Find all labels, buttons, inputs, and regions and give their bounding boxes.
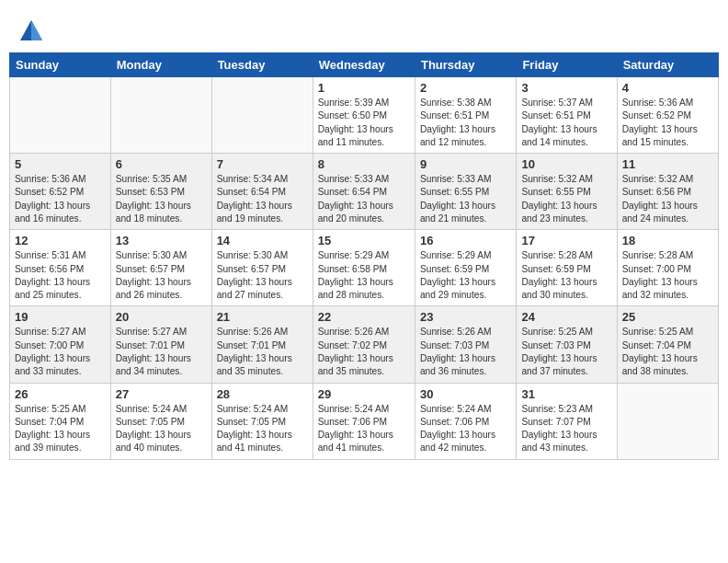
day-number: 12 <box>15 234 106 247</box>
day-info: Sunrise: 5:36 AMSunset: 6:52 PMDaylight:… <box>15 173 106 225</box>
day-number: 8 <box>318 157 410 171</box>
day-info: Sunrise: 5:36 AMSunset: 6:52 PMDaylight:… <box>622 97 713 149</box>
day-number: 27 <box>116 387 207 401</box>
calendar-cell: 8Sunrise: 5:33 AMSunset: 6:54 PMDaylight… <box>313 154 415 230</box>
logo <box>18 18 48 44</box>
calendar-cell: 26Sunrise: 5:25 AMSunset: 7:04 PMDayligh… <box>10 383 111 459</box>
day-number: 3 <box>521 81 611 95</box>
day-number: 26 <box>15 387 106 401</box>
day-info: Sunrise: 5:33 AMSunset: 6:55 PMDaylight:… <box>420 173 511 225</box>
col-header-monday: Monday <box>110 53 211 77</box>
calendar-row-0: 1Sunrise: 5:39 AMSunset: 6:50 PMDaylight… <box>10 77 719 154</box>
day-info: Sunrise: 5:30 AMSunset: 6:57 PMDaylight:… <box>116 249 207 302</box>
calendar-cell <box>110 77 211 154</box>
calendar-cell: 17Sunrise: 5:28 AMSunset: 6:59 PMDayligh… <box>517 230 617 306</box>
header <box>9 9 719 49</box>
day-number: 19 <box>15 310 106 324</box>
calendar-cell: 22Sunrise: 5:26 AMSunset: 7:02 PMDayligh… <box>313 306 415 383</box>
calendar-cell: 19Sunrise: 5:27 AMSunset: 7:00 PMDayligh… <box>10 306 111 383</box>
day-info: Sunrise: 5:39 AMSunset: 6:50 PMDaylight:… <box>318 97 410 149</box>
svg-marker-1 <box>31 20 42 40</box>
calendar-cell: 2Sunrise: 5:38 AMSunset: 6:51 PMDaylight… <box>415 77 516 154</box>
day-number: 5 <box>15 157 106 171</box>
col-header-tuesday: Tuesday <box>211 53 313 77</box>
day-info: Sunrise: 5:25 AMSunset: 7:03 PMDaylight:… <box>521 326 611 378</box>
calendar-cell: 28Sunrise: 5:24 AMSunset: 7:05 PMDayligh… <box>211 383 313 459</box>
calendar-table: SundayMondayTuesdayWednesdayThursdayFrid… <box>9 52 719 460</box>
day-number: 11 <box>622 157 713 171</box>
day-number: 9 <box>420 157 511 171</box>
page: SundayMondayTuesdayWednesdayThursdayFrid… <box>0 0 728 469</box>
calendar-cell: 25Sunrise: 5:25 AMSunset: 7:04 PMDayligh… <box>617 306 718 383</box>
day-info: Sunrise: 5:33 AMSunset: 6:54 PMDaylight:… <box>318 173 410 225</box>
logo-icon <box>18 18 44 44</box>
day-info: Sunrise: 5:29 AMSunset: 6:59 PMDaylight:… <box>420 249 511 302</box>
day-number: 1 <box>318 81 410 95</box>
day-info: Sunrise: 5:24 AMSunset: 7:06 PMDaylight:… <box>420 403 511 455</box>
day-info: Sunrise: 5:34 AMSunset: 6:54 PMDaylight:… <box>217 173 308 225</box>
day-info: Sunrise: 5:35 AMSunset: 6:53 PMDaylight:… <box>116 173 207 225</box>
day-number: 31 <box>521 387 611 401</box>
day-number: 29 <box>318 387 410 401</box>
day-info: Sunrise: 5:28 AMSunset: 7:00 PMDaylight:… <box>622 249 713 302</box>
calendar-cell: 27Sunrise: 5:24 AMSunset: 7:05 PMDayligh… <box>110 383 211 459</box>
day-info: Sunrise: 5:24 AMSunset: 7:05 PMDaylight:… <box>116 403 207 455</box>
day-number: 14 <box>217 234 308 247</box>
day-info: Sunrise: 5:37 AMSunset: 6:51 PMDaylight:… <box>521 97 611 149</box>
day-info: Sunrise: 5:31 AMSunset: 6:56 PMDaylight:… <box>15 249 106 302</box>
calendar-cell: 21Sunrise: 5:26 AMSunset: 7:01 PMDayligh… <box>211 306 313 383</box>
day-info: Sunrise: 5:29 AMSunset: 6:58 PMDaylight:… <box>318 249 410 302</box>
day-number: 28 <box>217 387 308 401</box>
calendar-row-1: 5Sunrise: 5:36 AMSunset: 6:52 PMDaylight… <box>10 154 719 230</box>
day-info: Sunrise: 5:25 AMSunset: 7:04 PMDaylight:… <box>15 403 106 455</box>
day-info: Sunrise: 5:24 AMSunset: 7:05 PMDaylight:… <box>217 403 308 455</box>
day-info: Sunrise: 5:27 AMSunset: 7:01 PMDaylight:… <box>116 326 207 378</box>
calendar-cell: 15Sunrise: 5:29 AMSunset: 6:58 PMDayligh… <box>313 230 415 306</box>
calendar-cell: 23Sunrise: 5:26 AMSunset: 7:03 PMDayligh… <box>415 306 516 383</box>
calendar-cell: 29Sunrise: 5:24 AMSunset: 7:06 PMDayligh… <box>313 383 415 459</box>
day-number: 23 <box>420 310 511 324</box>
calendar-cell <box>617 383 718 459</box>
calendar-cell: 31Sunrise: 5:23 AMSunset: 7:07 PMDayligh… <box>517 383 617 459</box>
day-number: 20 <box>116 310 207 324</box>
calendar-cell: 5Sunrise: 5:36 AMSunset: 6:52 PMDaylight… <box>10 154 111 230</box>
day-number: 21 <box>217 310 308 324</box>
calendar-cell: 18Sunrise: 5:28 AMSunset: 7:00 PMDayligh… <box>617 230 718 306</box>
day-number: 15 <box>318 234 410 247</box>
day-info: Sunrise: 5:23 AMSunset: 7:07 PMDaylight:… <box>521 403 611 455</box>
calendar-cell: 11Sunrise: 5:32 AMSunset: 6:56 PMDayligh… <box>617 154 718 230</box>
calendar-cell: 10Sunrise: 5:32 AMSunset: 6:55 PMDayligh… <box>517 154 617 230</box>
calendar-cell <box>211 77 313 154</box>
day-number: 4 <box>622 81 713 95</box>
calendar-row-3: 19Sunrise: 5:27 AMSunset: 7:00 PMDayligh… <box>10 306 719 383</box>
col-header-thursday: Thursday <box>415 53 516 77</box>
day-info: Sunrise: 5:28 AMSunset: 6:59 PMDaylight:… <box>521 249 611 302</box>
day-info: Sunrise: 5:26 AMSunset: 7:03 PMDaylight:… <box>420 326 511 378</box>
calendar-cell: 13Sunrise: 5:30 AMSunset: 6:57 PMDayligh… <box>110 230 211 306</box>
day-number: 18 <box>622 234 713 247</box>
day-number: 7 <box>217 157 308 171</box>
col-header-sunday: Sunday <box>10 53 111 77</box>
calendar-cell: 7Sunrise: 5:34 AMSunset: 6:54 PMDaylight… <box>211 154 313 230</box>
day-number: 25 <box>622 310 713 324</box>
day-info: Sunrise: 5:30 AMSunset: 6:57 PMDaylight:… <box>217 249 308 302</box>
day-info: Sunrise: 5:38 AMSunset: 6:51 PMDaylight:… <box>420 97 511 149</box>
calendar-cell: 1Sunrise: 5:39 AMSunset: 6:50 PMDaylight… <box>313 77 415 154</box>
day-number: 17 <box>521 234 611 247</box>
calendar-cell: 3Sunrise: 5:37 AMSunset: 6:51 PMDaylight… <box>517 77 617 154</box>
calendar-cell: 4Sunrise: 5:36 AMSunset: 6:52 PMDaylight… <box>617 77 718 154</box>
calendar-cell: 6Sunrise: 5:35 AMSunset: 6:53 PMDaylight… <box>110 154 211 230</box>
calendar-cell: 20Sunrise: 5:27 AMSunset: 7:01 PMDayligh… <box>110 306 211 383</box>
day-number: 30 <box>420 387 511 401</box>
col-header-wednesday: Wednesday <box>313 53 415 77</box>
day-info: Sunrise: 5:26 AMSunset: 7:02 PMDaylight:… <box>318 326 410 378</box>
calendar-cell: 9Sunrise: 5:33 AMSunset: 6:55 PMDaylight… <box>415 154 516 230</box>
day-info: Sunrise: 5:25 AMSunset: 7:04 PMDaylight:… <box>622 326 713 378</box>
col-header-saturday: Saturday <box>617 53 718 77</box>
calendar-row-2: 12Sunrise: 5:31 AMSunset: 6:56 PMDayligh… <box>10 230 719 306</box>
day-number: 10 <box>521 157 611 171</box>
day-number: 22 <box>318 310 410 324</box>
calendar-cell: 16Sunrise: 5:29 AMSunset: 6:59 PMDayligh… <box>415 230 516 306</box>
calendar-header-row: SundayMondayTuesdayWednesdayThursdayFrid… <box>10 53 719 77</box>
calendar-cell: 12Sunrise: 5:31 AMSunset: 6:56 PMDayligh… <box>10 230 111 306</box>
